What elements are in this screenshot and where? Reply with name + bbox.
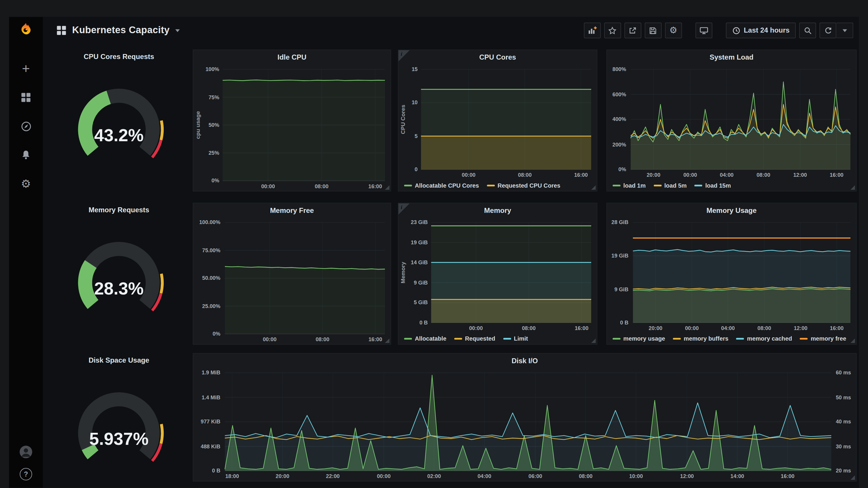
tv-mode-button[interactable] (695, 23, 712, 38)
y-axis-tick-label: 50% (203, 122, 219, 128)
legend-item[interactable]: load 5m (653, 182, 687, 189)
chart-canvas (193, 368, 856, 481)
memory-requests-gauge: 28.3% (52, 217, 186, 345)
x-axis-tick-label: 00:00 (253, 183, 283, 189)
legend-item[interactable]: Allocatable CPU Cores (404, 182, 479, 189)
legend-item[interactable]: memory cached (736, 335, 792, 342)
explore-icon[interactable] (19, 120, 33, 133)
legend-item[interactable]: memory buffers (673, 335, 728, 342)
series-fill (223, 80, 385, 181)
x-axis-tick-label: 14:00 (722, 473, 752, 479)
dashboard-settings-button[interactable]: ⚙ (665, 23, 682, 38)
panel-memory-usage: Memory Usage 20:0000:0004:0008:0012:0016… (607, 203, 857, 345)
legend-color-dash (736, 338, 744, 339)
panel-memory-requests: Memory Requests 28.3% (52, 203, 186, 345)
add-panel-icon (588, 26, 597, 35)
panel-title[interactable]: Idle CPU (193, 50, 391, 65)
cpu-cores-chart[interactable]: 00:0008:0016:00051015CPU CoresAllocatabl… (398, 65, 597, 191)
add-panel-button[interactable] (584, 23, 601, 38)
panel-title[interactable]: Memory (398, 203, 597, 218)
legend-label: Requested (465, 335, 495, 342)
y-axis-tick-label: 1.9 MiB (194, 369, 220, 376)
panel-resize-handle[interactable] (850, 185, 855, 190)
idle-cpu-chart[interactable]: 00:0008:0016:000%25%50%75%100%cpu usage (193, 65, 391, 191)
plot-area[interactable]: 00:0008:0016:000 B5 GiB9 GiB14 GiB19 GiB… (398, 218, 597, 333)
refresh-button[interactable] (819, 23, 837, 38)
panel-resize-handle[interactable] (385, 185, 389, 190)
time-range-button[interactable]: Last 24 hours (726, 23, 796, 38)
panel-resize-handle[interactable] (850, 338, 855, 343)
monitor-icon (699, 26, 708, 35)
panel-title[interactable]: Disk Space Usage (52, 353, 186, 368)
plot-area[interactable]: 00:0008:0016:000%25%50%75%100%cpu usage (193, 65, 391, 191)
panel-resize-handle[interactable] (850, 476, 855, 480)
panel-resize-handle[interactable] (591, 185, 596, 190)
legend-label: memory cached (747, 335, 792, 342)
create-plus-icon[interactable]: + (19, 62, 33, 75)
info-icon[interactable]: i (398, 50, 410, 61)
plot-area[interactable]: 20:0000:0004:0008:0012:0016:000 B9 GiB19… (607, 218, 856, 333)
star-button[interactable] (604, 23, 621, 38)
legend-label: load 1m (623, 182, 646, 189)
panel-title[interactable]: CPU Cores Requests (52, 50, 186, 64)
legend-item[interactable]: load 15m (694, 182, 731, 189)
help-icon[interactable]: ? (19, 467, 33, 481)
legend-item[interactable]: memory free (800, 335, 846, 342)
x-axis-tick-label: 00:00 (454, 172, 484, 178)
panel-resize-handle[interactable] (385, 338, 389, 343)
series-fill (225, 403, 831, 471)
memory-chart[interactable]: 00:0008:0016:000 B5 GiB9 GiB14 GiB19 GiB… (398, 218, 597, 344)
panel-title[interactable]: Memory Requests (52, 203, 186, 217)
grafana-logo[interactable] (19, 23, 33, 36)
compass-icon (21, 121, 31, 131)
share-button[interactable] (624, 23, 642, 38)
alerting-icon[interactable] (19, 148, 33, 162)
user-avatar[interactable] (19, 445, 33, 458)
right-y-axis-tick-label: 40 ms (836, 418, 851, 425)
panel-title[interactable]: Memory Free (193, 203, 391, 218)
y-axis-tick-label: 9 GiB (408, 279, 428, 285)
gauge-value: 28.3% (52, 279, 186, 299)
panel-title[interactable]: Disk I/O (193, 354, 856, 368)
disk-io-chart[interactable]: 18:0020:0022:0000:0002:0004:0006:0008:00… (193, 368, 856, 481)
y-axis-title: CPU Cores (400, 105, 406, 134)
dashboard-title-group[interactable]: Kubernetes Capacity (56, 25, 180, 36)
save-button[interactable] (645, 23, 662, 38)
x-axis-tick-label: 00:00 (461, 325, 491, 331)
avatar-icon (19, 444, 33, 459)
legend-item[interactable]: memory usage (613, 335, 665, 342)
legend-item[interactable]: Allocatable (404, 335, 446, 342)
memory-usage-chart[interactable]: 20:0000:0004:0008:0012:0016:000 B9 GiB19… (607, 218, 856, 344)
x-axis-tick-label: 16:00 (822, 172, 851, 178)
y-axis-tick-label: 19 GiB (608, 253, 628, 259)
panel-title[interactable]: CPU Cores (398, 50, 597, 65)
chart-canvas (193, 65, 391, 191)
legend-item[interactable]: Limit (503, 335, 528, 342)
legend-label: memory usage (623, 335, 665, 342)
panel-title[interactable]: Memory Usage (607, 203, 856, 218)
dashboards-icon[interactable] (19, 91, 33, 104)
panel-cpu-cores: i CPU Cores 00:0008:0016:00051015CPU Cor… (398, 50, 597, 191)
configuration-icon[interactable]: ⚙ (19, 177, 33, 190)
plot-area[interactable]: 20:0000:0004:0008:0012:0016:000%200%400%… (607, 65, 856, 180)
refresh-interval-button[interactable] (836, 23, 853, 38)
legend-item[interactable]: Requested CPU Cores (487, 182, 560, 189)
panel-memory-free: Memory Free 00:0008:0016:000%25.00%50.00… (193, 203, 391, 345)
zoom-out-button[interactable] (799, 23, 816, 38)
legend-item[interactable]: Requested (454, 335, 495, 342)
legend-color-dash (503, 338, 511, 339)
plot-area[interactable]: 00:0008:0016:000%25.00%50.00%75.00%100.0… (193, 218, 391, 344)
plot-area[interactable]: 00:0008:0016:00051015CPU Cores (398, 65, 597, 180)
legend-item[interactable]: load 1m (613, 182, 646, 189)
memory-free-chart[interactable]: 00:0008:0016:000%25.00%50.00%75.00%100.0… (193, 218, 391, 344)
x-axis-tick-label: 02:00 (419, 473, 449, 479)
panel-title[interactable]: System Load (607, 50, 856, 65)
panel-resize-handle[interactable] (591, 338, 596, 343)
system-load-chart[interactable]: 20:0000:0004:0008:0012:0016:000%200%400%… (607, 65, 856, 191)
plot-area[interactable]: 18:0020:0022:0000:0002:0004:0006:0008:00… (193, 368, 856, 481)
bell-icon (21, 150, 31, 160)
dashboard-grid-icon (56, 25, 67, 35)
legend-color-dash (454, 338, 462, 339)
legend-color-dash (613, 185, 621, 186)
info-icon[interactable]: i (398, 203, 410, 214)
